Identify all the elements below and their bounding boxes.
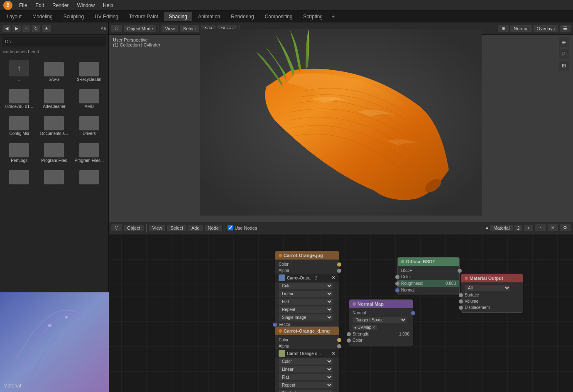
use-nodes-label[interactable]: Use Nodes: [228, 225, 257, 230]
delete-material-button[interactable]: ✕: [548, 224, 558, 231]
node-output-color: Color: [275, 261, 339, 267]
node-material-output-body: All Surface Volume Displacement: [461, 282, 523, 312]
file-item-documents[interactable]: Documents a...: [37, 112, 71, 137]
navigate-forward-button[interactable]: ▶: [12, 25, 21, 32]
d-linear-select[interactable]: Linear: [279, 366, 333, 372]
tangent-space-select[interactable]: Tangent Space: [353, 317, 406, 323]
new-material-button[interactable]: +: [524, 225, 533, 231]
menu-help[interactable]: Help: [100, 2, 117, 9]
tab-uv-editing[interactable]: UV Editing: [90, 12, 123, 21]
node-carrot-orange-d-png-title: Carrot-Orange_d.png: [284, 328, 330, 333]
material-name[interactable]: Material: [490, 225, 513, 231]
uvmap-close[interactable]: ✕: [372, 325, 375, 330]
node-node-button[interactable]: Node: [205, 225, 222, 231]
tab-scripting[interactable]: Scripting: [298, 12, 328, 21]
node-select-button[interactable]: Select: [167, 225, 186, 231]
tab-rendering[interactable]: Rendering: [226, 12, 259, 21]
node-normal-map[interactable]: Normal Map Normal Tangent Space ● UVMap …: [349, 299, 413, 345]
nav-persp[interactable]: P: [559, 49, 569, 59]
file-item-drivers[interactable]: Drivers: [73, 112, 106, 137]
node-material-output[interactable]: Material Output All Surface Volume Displ…: [461, 274, 523, 313]
use-nodes-checkbox[interactable]: [228, 225, 233, 230]
blender-logo: B: [3, 1, 12, 10]
file-item-amd[interactable]: AMD: [73, 85, 106, 110]
tab-modeling[interactable]: Modeling: [27, 12, 58, 21]
node-carrot-orange-d-png-body: Color Alpha Carrot-Orange-d... ✕ Color L…: [275, 335, 339, 392]
menu-file[interactable]: File: [16, 2, 30, 9]
node-sep-2: [225, 224, 225, 232]
file-item-extra1[interactable]: [2, 166, 36, 187]
navigate-back-button[interactable]: ◀: [2, 25, 11, 32]
mo-all-select[interactable]: All: [465, 285, 510, 291]
tab-shading[interactable]: Shading: [164, 12, 192, 21]
node-field-flat: Flat: [275, 298, 339, 306]
color-select[interactable]: Color: [279, 283, 333, 289]
add-workspace-button[interactable]: +: [328, 12, 338, 21]
file-label-config: Config.Msi: [10, 131, 29, 136]
folder-icon-drivers: [79, 114, 99, 130]
filename-bar: workspaces.blend: [0, 48, 108, 56]
tab-layout[interactable]: Layout: [2, 12, 27, 21]
menu-render[interactable]: Render: [49, 2, 72, 9]
menu-window[interactable]: Window: [73, 2, 98, 9]
node-carrot-orange-jpg-dot: [279, 254, 282, 257]
path-bar[interactable]: C:\: [2, 37, 106, 47]
node-material-output-title: Material Output: [470, 276, 503, 281]
node-normal-map-title: Normal Map: [358, 301, 384, 306]
file-item-programfiles[interactable]: Program Files: [37, 139, 71, 164]
file-item-config[interactable]: Config.Msi: [2, 112, 36, 137]
file-item-perflogs[interactable]: PerfLogs: [2, 139, 36, 164]
file-item-extra2[interactable]: [37, 166, 71, 187]
node-mo-volume: Volume: [461, 298, 523, 304]
folder-icon-programfiles: [44, 141, 64, 157]
file-item-recycle[interactable]: $Recycle.Bin: [73, 58, 106, 83]
material-options-button[interactable]: ⚙: [560, 224, 571, 231]
node-carrot-orange-jpg[interactable]: Carrot-Orange.jpg Color Alpha Carrot-Ora…: [275, 251, 339, 330]
tab-compositing[interactable]: Compositing: [260, 12, 298, 21]
flat-select[interactable]: Flat: [279, 299, 333, 305]
file-item-extra3[interactable]: [73, 166, 106, 187]
close-d-icon[interactable]: ✕: [331, 350, 335, 356]
file-label-adwcleaner: AdwCleaner: [43, 104, 65, 109]
carrot-d-png-dot: [279, 329, 282, 333]
browse-material-button[interactable]: ⋮: [535, 224, 546, 231]
node-field-color: Color: [275, 282, 339, 290]
node-add-button[interactable]: Add: [188, 225, 203, 231]
uvmap-badge[interactable]: ● UVMap ✕: [353, 325, 377, 330]
file-item-programfilesx86[interactable]: Program Files...: [73, 139, 106, 164]
file-item-parent[interactable]: ↑ ..: [2, 58, 36, 83]
refresh-button[interactable]: ↻: [32, 25, 40, 32]
tab-sculpting[interactable]: Sculpting: [59, 12, 89, 21]
close-icon[interactable]: ✕: [331, 275, 335, 281]
navigate-up-button[interactable]: ↑: [22, 25, 30, 32]
d-flat-select[interactable]: Flat: [279, 374, 333, 380]
menu-edit[interactable]: Edit: [32, 2, 47, 9]
nav-gizmo[interactable]: ⊕: [559, 37, 569, 47]
node-diffuse-bsdf[interactable]: Diffuse BSDF BSDF Color Roughness: 0.883…: [397, 257, 460, 295]
svg-point-5: [65, 316, 68, 318]
folder-icon-perflogs: [9, 141, 29, 157]
node-d-output-color: Color: [275, 337, 339, 343]
node-type-dropdown[interactable]: Object: [124, 225, 144, 231]
repeat-select[interactable]: Repeat: [279, 306, 333, 313]
node-d-flat: Flat: [275, 373, 339, 381]
node-carrot-orange-d-png[interactable]: Carrot-Orange_d.png Color Alpha Carrot-O…: [275, 326, 339, 392]
node-editor-icon[interactable]: ⬡: [111, 224, 122, 231]
tab-texture-paint[interactable]: Texture Paint: [124, 12, 163, 21]
carrot-viewport: [109, 22, 573, 222]
node-view-button[interactable]: View: [149, 225, 166, 231]
diffuse-bsdf-dot: [401, 260, 404, 263]
bookmark-button[interactable]: ★: [42, 25, 51, 32]
d-color-select[interactable]: Color: [279, 358, 333, 365]
folder-icon-recycle: [79, 60, 99, 76]
single-image-select[interactable]: Single Image: [279, 314, 333, 321]
file-item-adwcleaner[interactable]: AdwCleaner: [37, 85, 71, 110]
file-item-avg[interactable]: $AVG: [37, 58, 71, 83]
node-normal-map-header: Normal Map: [349, 300, 413, 308]
nav-grid[interactable]: ⊞: [559, 61, 569, 71]
d-single-image-select[interactable]: Single Image: [279, 390, 333, 392]
d-repeat-select[interactable]: Repeat: [279, 382, 333, 388]
tab-animation[interactable]: Animation: [193, 12, 225, 21]
linear-select[interactable]: Linear: [279, 291, 333, 297]
file-item-82ace[interactable]: 82ace7d6-01...: [2, 85, 36, 110]
